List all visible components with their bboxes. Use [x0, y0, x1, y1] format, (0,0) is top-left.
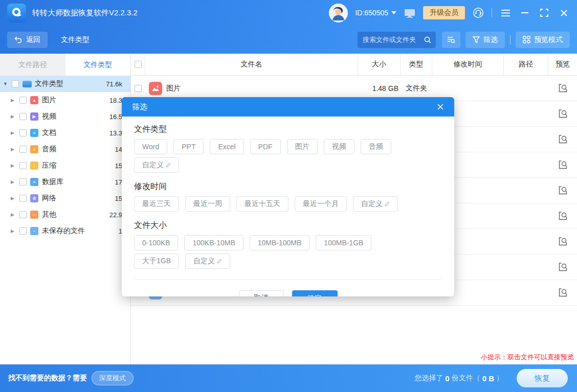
select-all-checkbox[interactable] — [135, 61, 142, 68]
expand-arrow-icon[interactable]: ▶ — [11, 196, 18, 201]
preview-button[interactable] — [548, 101, 577, 126]
option-custom-mtime[interactable]: 自定义 — [353, 196, 398, 212]
option-video[interactable]: 视频 — [324, 139, 354, 154]
customer-service-icon[interactable] — [472, 7, 484, 19]
option-0-100kb[interactable]: 0-100KB — [134, 235, 178, 250]
preview-button[interactable] — [548, 178, 577, 203]
option-10mb-100mb[interactable]: 10MB-100MB — [250, 235, 310, 250]
option-last-15-days[interactable]: 最近十五天 — [236, 196, 288, 212]
cancel-button[interactable]: 取消 — [239, 290, 284, 296]
preview-button[interactable] — [548, 255, 577, 280]
option-last-week[interactable]: 最近一周 — [185, 196, 230, 212]
close-button[interactable] — [558, 7, 570, 19]
preview-button[interactable] — [548, 152, 577, 177]
sidebar: 文件路径 文件类型 ▼ 文件类型 71.6k ▶ ▴ 图片 18.3 — [0, 54, 131, 364]
tree-item-image[interactable]: ▶ ▴ 图片 18.3 — [0, 92, 130, 108]
back-button[interactable]: 返回 — [7, 32, 48, 48]
col-size[interactable]: 大小 — [358, 54, 401, 75]
checkbox[interactable] — [19, 227, 27, 235]
user-id-dropdown[interactable]: ID:650505 — [355, 9, 396, 17]
checkbox[interactable] — [19, 97, 27, 104]
preview-button[interactable] — [548, 76, 577, 101]
dialog-close-icon[interactable] — [437, 103, 444, 110]
option-ppt[interactable]: PPT — [173, 139, 204, 154]
menu-icon[interactable] — [499, 7, 512, 19]
search-icon — [424, 36, 432, 44]
upgrade-member-button[interactable]: 升级会员 — [423, 6, 465, 19]
col-mtime[interactable]: 修改时间 — [432, 54, 504, 75]
preview-button[interactable] — [548, 280, 577, 305]
checkbox[interactable] — [19, 195, 27, 202]
tree-item-video[interactable]: ▶ ▶ 视频 16.5 — [0, 108, 130, 125]
expand-arrow-icon[interactable]: ▶ — [11, 212, 18, 217]
row-checkbox[interactable] — [135, 85, 142, 92]
user-avatar[interactable] — [329, 4, 348, 22]
filter-button[interactable]: 筛选 — [465, 32, 505, 48]
expand-arrow-icon[interactable]: ▶ — [11, 98, 18, 103]
col-preview[interactable]: 预览 — [548, 54, 577, 75]
checkbox[interactable] — [19, 162, 27, 169]
tab-file-type[interactable]: 文件类型 — [65, 54, 131, 76]
device-monitor-icon[interactable] — [404, 7, 416, 19]
pencil-icon — [385, 201, 390, 206]
top-bar: 转转大师数据恢复软件V2.2.3.2 ID:650505 升级会员 — [0, 0, 577, 54]
tree-item-audio[interactable]: ▶ ♪ 音频 14 — [0, 141, 130, 157]
video-icon: ▶ — [30, 112, 38, 121]
deep-mode-button[interactable]: 深度模式 — [92, 371, 134, 385]
search-box[interactable] — [358, 32, 436, 48]
advanced-search-button[interactable] — [442, 32, 460, 48]
size-options: 0-100KB 100KB-10MB 10MB-100MB 100MB-1GB … — [134, 235, 410, 269]
option-excel[interactable]: Excel — [210, 139, 243, 154]
col-path[interactable]: 路径 — [504, 54, 548, 75]
expand-arrow-icon[interactable]: ▶ — [11, 179, 18, 185]
preview-button[interactable] — [548, 203, 577, 228]
col-filename[interactable]: 文件名 — [145, 54, 358, 75]
tree-item-document[interactable]: ▶ ≡ 文档 13.3 — [0, 125, 130, 141]
option-100kb-10mb[interactable]: 100KB-10MB — [184, 235, 243, 250]
option-last-month[interactable]: 最近一个月 — [295, 196, 347, 212]
tree-item-network[interactable]: ▶ ⊕ 网络 15 — [0, 190, 130, 206]
tab-file-path[interactable]: 文件路径 — [0, 54, 65, 76]
checkbox[interactable] — [19, 146, 27, 153]
preview-button[interactable] — [548, 127, 577, 152]
preview-button[interactable] — [548, 229, 577, 254]
tree-item-archive[interactable]: ▶ ⋮ 压缩 15 — [0, 157, 130, 174]
expand-arrow-icon[interactable]: ▶ — [11, 130, 18, 135]
network-icon: ⊕ — [30, 194, 38, 202]
section-mtime-title: 修改时间 — [134, 181, 442, 192]
expand-arrow-icon[interactable]: ▶ — [11, 114, 18, 119]
recover-button[interactable]: 恢复 — [517, 369, 568, 387]
checkbox[interactable] — [19, 211, 27, 218]
minimize-button[interactable] — [519, 7, 531, 19]
option-image[interactable]: 图片 — [287, 139, 318, 154]
checkbox[interactable] — [19, 129, 27, 136]
ok-button[interactable]: 确定 — [292, 290, 338, 296]
back-arrow-icon — [14, 36, 23, 43]
selection-mid: 份文件（ — [452, 374, 480, 383]
option-audio[interactable]: 音频 — [361, 139, 391, 154]
expand-arrow-icon[interactable]: ▶ — [11, 228, 18, 234]
checkbox[interactable] — [12, 80, 19, 87]
expand-arrow-icon[interactable]: ▶ — [11, 147, 18, 152]
checkbox[interactable] — [19, 113, 27, 120]
file-type-options: Word PPT Excel PDF 图片 视频 音频 自定义 — [134, 139, 442, 173]
search-input[interactable] — [363, 36, 424, 43]
option-custom-size[interactable]: 自定义 — [185, 253, 230, 269]
option-gt-1gb[interactable]: 大于1GB — [134, 253, 179, 269]
tree-item-database[interactable]: ▶ ≡ 数据库 17 — [0, 174, 130, 190]
preview-mode-button[interactable]: 预览模式 — [516, 32, 570, 48]
maximize-button[interactable] — [538, 7, 550, 19]
option-100mb-1gb[interactable]: 100MB-1GB — [316, 235, 371, 250]
col-type[interactable]: 类型 — [401, 54, 432, 75]
tree-item-other[interactable]: ▶ ⋯ 其他 22.9 — [0, 206, 130, 223]
option-pdf[interactable]: PDF — [250, 139, 281, 154]
expand-arrow-icon[interactable]: ▶ — [11, 163, 18, 168]
tree-item-file-type[interactable]: ▼ 文件类型 71.6k — [0, 76, 130, 92]
checkbox[interactable] — [19, 178, 27, 186]
tree-item-unsaved[interactable]: ▶ − 未保存的文件 1 — [0, 223, 130, 239]
collapse-arrow-icon[interactable]: ▼ — [3, 81, 11, 86]
option-word[interactable]: Word — [134, 139, 167, 154]
option-last-3-days[interactable]: 最近三天 — [134, 196, 179, 212]
option-custom-type[interactable]: 自定义 — [134, 157, 179, 173]
deep-scan-prompt: 找不到需要的数据？需要 — [8, 374, 87, 383]
